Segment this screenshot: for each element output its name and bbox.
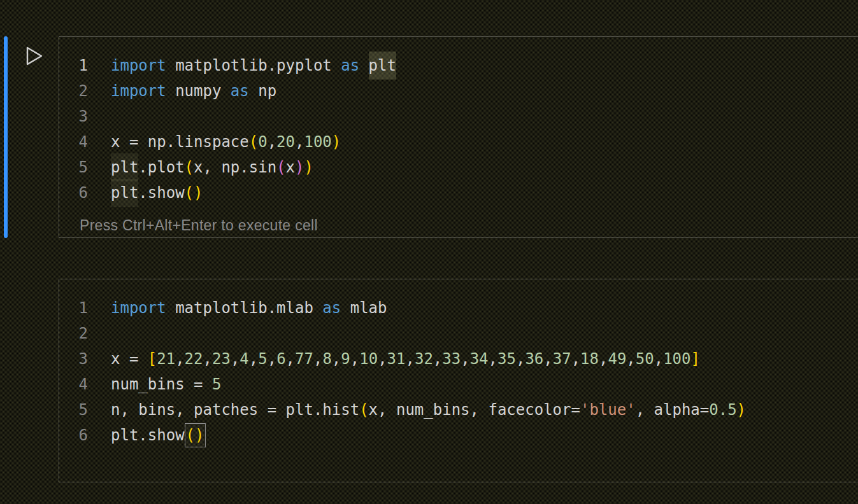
code-token: , — [433, 350, 442, 368]
code-token: , — [286, 350, 295, 368]
code-token: ] — [691, 350, 700, 368]
code-token: ) — [295, 158, 304, 176]
code-token: ( — [276, 158, 285, 176]
code-line[interactable]: 5n, bins, patches = plt.hist(x, num_bins… — [59, 397, 858, 423]
code-token: ( — [185, 184, 194, 202]
code-token: 6 — [276, 350, 285, 368]
code-token: ) — [332, 133, 341, 151]
code-token: 5 — [258, 350, 267, 368]
code-token: 37 — [553, 350, 571, 368]
code-token: 10 — [359, 350, 378, 368]
code-line[interactable]: 2import numpy as np — [59, 78, 858, 104]
code-token: 100 — [304, 133, 331, 151]
code-text: x = [21,22,23,4,5,6,77,8,9,10,31,32,33,3… — [88, 346, 700, 372]
code-token: 8 — [322, 350, 331, 368]
line-number: 6 — [59, 423, 88, 448]
line-number: 3 — [59, 104, 88, 129]
code-token: 23 — [212, 350, 231, 368]
line-number: 5 — [59, 397, 88, 423]
code-token: 100 — [663, 350, 690, 368]
code-token: as — [322, 299, 341, 317]
code-token: ( — [186, 426, 195, 444]
code-cell-1[interactable]: 1import matplotlib.pyplot as plt2import … — [59, 36, 858, 238]
code-token: , — [268, 133, 276, 151]
code-token: import — [111, 57, 166, 74]
code-token: , — [203, 350, 212, 368]
code-token: 77 — [295, 350, 313, 368]
code-line[interactable]: 3 — [59, 104, 858, 129]
code-line[interactable]: 5plt.plot(x, np.sin(x)) — [59, 155, 858, 180]
code-token: np — [249, 82, 276, 100]
code-token: as — [341, 57, 359, 74]
code-token: x, num_bins, facecolor= — [369, 401, 580, 419]
code-line[interactable]: 4x = np.linspace(0,20,100) — [59, 129, 858, 155]
code-token: 5 — [212, 375, 221, 393]
code-token: , — [461, 350, 469, 368]
code-token: .plot — [138, 158, 184, 176]
run-cell-button[interactable] — [24, 45, 45, 67]
code-text: import matplotlib.pyplot as plt — [88, 53, 396, 78]
code-token: ( — [185, 158, 194, 176]
line-number: 1 — [59, 295, 88, 321]
code-line[interactable]: 6plt.show() — [59, 423, 858, 448]
code-line[interactable]: 6plt.show() — [59, 180, 858, 206]
line-number: 4 — [59, 129, 88, 155]
code-token: , — [313, 350, 322, 368]
code-token: 0.5 — [709, 401, 736, 419]
code-token: plt.show — [111, 426, 185, 444]
code-token: plt — [111, 179, 138, 207]
code-token: , — [350, 350, 359, 368]
code-token: 21 — [157, 350, 175, 368]
code-token: numpy — [166, 82, 231, 100]
code-token: 34 — [470, 350, 489, 368]
code-token: , — [249, 350, 258, 368]
code-token: 33 — [442, 350, 461, 368]
code-editor-2[interactable]: 1import matplotlib.mlab as mlab23x = [21… — [59, 279, 858, 448]
code-token: 50 — [636, 350, 654, 368]
code-token: plt — [111, 153, 138, 181]
code-token: 32 — [415, 350, 433, 368]
code-text: num_bins = 5 — [88, 372, 221, 397]
code-token: ) — [195, 426, 204, 444]
code-token: , — [405, 350, 414, 368]
code-token: 49 — [608, 350, 626, 368]
code-token: , — [489, 350, 497, 368]
code-token: , — [231, 350, 240, 368]
code-editor-1[interactable]: 1import matplotlib.pyplot as plt2import … — [59, 37, 858, 206]
play-outline-icon — [24, 45, 45, 67]
code-token: , — [571, 350, 580, 368]
code-line[interactable]: 1import matplotlib.pyplot as plt — [59, 53, 858, 78]
code-token: 9 — [341, 350, 350, 368]
line-number: 2 — [59, 78, 88, 104]
code-line[interactable]: 4num_bins = 5 — [59, 372, 858, 397]
code-text: x = np.linspace(0,20,100) — [88, 129, 341, 155]
code-token: 36 — [525, 350, 543, 368]
code-text: plt.show() — [88, 423, 206, 448]
code-token: .show — [138, 184, 184, 202]
code-token: ) — [194, 184, 203, 202]
notebook-editor: { "colors": { "keyword": "#569cd6", "def… — [0, 0, 858, 504]
code-token: , — [516, 350, 525, 368]
code-token: 'blue' — [580, 401, 636, 419]
line-number: 3 — [59, 346, 88, 372]
code-text — [88, 321, 111, 346]
code-token: , — [268, 350, 276, 368]
code-token: ( — [359, 401, 368, 419]
code-token: 18 — [580, 350, 599, 368]
code-line[interactable]: 3x = [21,22,23,4,5,6,77,8,9,10,31,32,33,… — [59, 346, 858, 372]
code-cell-2[interactable]: 1import matplotlib.mlab as mlab23x = [21… — [59, 279, 858, 482]
code-token: [ — [148, 350, 157, 368]
bracket-match-highlight: () — [185, 423, 206, 447]
code-text: plt.show() — [88, 180, 203, 206]
code-token: 0 — [258, 133, 267, 151]
code-token: , — [332, 350, 341, 368]
code-token: , — [175, 350, 184, 368]
code-token: plt — [369, 52, 396, 80]
code-line[interactable]: 2 — [59, 321, 858, 346]
code-token: ) — [304, 158, 313, 176]
line-number: 5 — [59, 155, 88, 180]
code-text: plt.plot(x, np.sin(x)) — [88, 155, 313, 180]
code-line[interactable]: 1import matplotlib.mlab as mlab — [59, 295, 858, 321]
code-token: num_bins = — [111, 375, 212, 393]
code-token: , — [654, 350, 663, 368]
